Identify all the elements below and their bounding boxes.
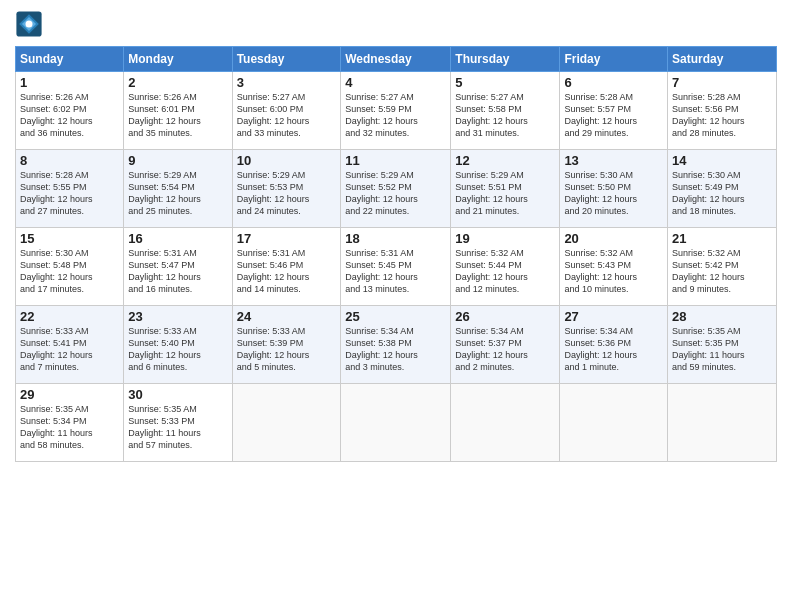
day-info: Sunrise: 5:34 AM Sunset: 5:37 PM Dayligh…	[455, 325, 555, 374]
day-number: 12	[455, 153, 555, 168]
calendar-cell: 24Sunrise: 5:33 AM Sunset: 5:39 PM Dayli…	[232, 306, 341, 384]
calendar-cell: 6Sunrise: 5:28 AM Sunset: 5:57 PM Daylig…	[560, 72, 668, 150]
calendar-cell: 8Sunrise: 5:28 AM Sunset: 5:55 PM Daylig…	[16, 150, 124, 228]
day-info: Sunrise: 5:29 AM Sunset: 5:52 PM Dayligh…	[345, 169, 446, 218]
calendar-week-row: 29Sunrise: 5:35 AM Sunset: 5:34 PM Dayli…	[16, 384, 777, 462]
day-info: Sunrise: 5:29 AM Sunset: 5:54 PM Dayligh…	[128, 169, 227, 218]
calendar-cell: 13Sunrise: 5:30 AM Sunset: 5:50 PM Dayli…	[560, 150, 668, 228]
calendar-cell: 9Sunrise: 5:29 AM Sunset: 5:54 PM Daylig…	[124, 150, 232, 228]
day-number: 23	[128, 309, 227, 324]
day-info: Sunrise: 5:33 AM Sunset: 5:41 PM Dayligh…	[20, 325, 119, 374]
day-number: 11	[345, 153, 446, 168]
day-info: Sunrise: 5:26 AM Sunset: 6:01 PM Dayligh…	[128, 91, 227, 140]
day-info: Sunrise: 5:27 AM Sunset: 5:59 PM Dayligh…	[345, 91, 446, 140]
calendar-cell: 19Sunrise: 5:32 AM Sunset: 5:44 PM Dayli…	[451, 228, 560, 306]
day-info: Sunrise: 5:31 AM Sunset: 5:45 PM Dayligh…	[345, 247, 446, 296]
day-info: Sunrise: 5:29 AM Sunset: 5:53 PM Dayligh…	[237, 169, 337, 218]
day-info: Sunrise: 5:26 AM Sunset: 6:02 PM Dayligh…	[20, 91, 119, 140]
day-number: 1	[20, 75, 119, 90]
day-number: 20	[564, 231, 663, 246]
day-info: Sunrise: 5:32 AM Sunset: 5:43 PM Dayligh…	[564, 247, 663, 296]
day-number: 26	[455, 309, 555, 324]
calendar-cell: 10Sunrise: 5:29 AM Sunset: 5:53 PM Dayli…	[232, 150, 341, 228]
day-info: Sunrise: 5:31 AM Sunset: 5:47 PM Dayligh…	[128, 247, 227, 296]
calendar-cell: 22Sunrise: 5:33 AM Sunset: 5:41 PM Dayli…	[16, 306, 124, 384]
logo	[15, 10, 47, 38]
day-number: 3	[237, 75, 337, 90]
logo-icon	[15, 10, 43, 38]
weekday-header: Wednesday	[341, 47, 451, 72]
svg-point-3	[26, 21, 33, 28]
calendar-cell: 11Sunrise: 5:29 AM Sunset: 5:52 PM Dayli…	[341, 150, 451, 228]
day-info: Sunrise: 5:34 AM Sunset: 5:38 PM Dayligh…	[345, 325, 446, 374]
day-number: 10	[237, 153, 337, 168]
day-info: Sunrise: 5:30 AM Sunset: 5:50 PM Dayligh…	[564, 169, 663, 218]
weekday-header: Saturday	[668, 47, 777, 72]
weekday-header: Thursday	[451, 47, 560, 72]
day-number: 19	[455, 231, 555, 246]
day-number: 27	[564, 309, 663, 324]
weekday-header: Tuesday	[232, 47, 341, 72]
day-number: 15	[20, 231, 119, 246]
day-info: Sunrise: 5:27 AM Sunset: 6:00 PM Dayligh…	[237, 91, 337, 140]
calendar-cell	[341, 384, 451, 462]
calendar-cell: 3Sunrise: 5:27 AM Sunset: 6:00 PM Daylig…	[232, 72, 341, 150]
day-info: Sunrise: 5:35 AM Sunset: 5:35 PM Dayligh…	[672, 325, 772, 374]
calendar-cell	[668, 384, 777, 462]
day-info: Sunrise: 5:32 AM Sunset: 5:42 PM Dayligh…	[672, 247, 772, 296]
calendar-cell: 1Sunrise: 5:26 AM Sunset: 6:02 PM Daylig…	[16, 72, 124, 150]
day-info: Sunrise: 5:28 AM Sunset: 5:56 PM Dayligh…	[672, 91, 772, 140]
day-number: 29	[20, 387, 119, 402]
calendar-cell: 29Sunrise: 5:35 AM Sunset: 5:34 PM Dayli…	[16, 384, 124, 462]
calendar-cell: 5Sunrise: 5:27 AM Sunset: 5:58 PM Daylig…	[451, 72, 560, 150]
day-info: Sunrise: 5:32 AM Sunset: 5:44 PM Dayligh…	[455, 247, 555, 296]
day-number: 2	[128, 75, 227, 90]
calendar-cell	[232, 384, 341, 462]
day-info: Sunrise: 5:29 AM Sunset: 5:51 PM Dayligh…	[455, 169, 555, 218]
day-info: Sunrise: 5:33 AM Sunset: 5:39 PM Dayligh…	[237, 325, 337, 374]
weekday-header: Monday	[124, 47, 232, 72]
day-info: Sunrise: 5:27 AM Sunset: 5:58 PM Dayligh…	[455, 91, 555, 140]
calendar-cell: 28Sunrise: 5:35 AM Sunset: 5:35 PM Dayli…	[668, 306, 777, 384]
calendar-cell: 27Sunrise: 5:34 AM Sunset: 5:36 PM Dayli…	[560, 306, 668, 384]
day-number: 25	[345, 309, 446, 324]
page-container: SundayMondayTuesdayWednesdayThursdayFrid…	[0, 0, 792, 472]
calendar-cell	[560, 384, 668, 462]
calendar-cell: 4Sunrise: 5:27 AM Sunset: 5:59 PM Daylig…	[341, 72, 451, 150]
calendar-cell: 20Sunrise: 5:32 AM Sunset: 5:43 PM Dayli…	[560, 228, 668, 306]
day-number: 30	[128, 387, 227, 402]
calendar-week-row: 15Sunrise: 5:30 AM Sunset: 5:48 PM Dayli…	[16, 228, 777, 306]
calendar-cell: 30Sunrise: 5:35 AM Sunset: 5:33 PM Dayli…	[124, 384, 232, 462]
calendar-cell	[451, 384, 560, 462]
day-info: Sunrise: 5:30 AM Sunset: 5:49 PM Dayligh…	[672, 169, 772, 218]
calendar-cell: 2Sunrise: 5:26 AM Sunset: 6:01 PM Daylig…	[124, 72, 232, 150]
calendar-cell: 23Sunrise: 5:33 AM Sunset: 5:40 PM Dayli…	[124, 306, 232, 384]
calendar-cell: 16Sunrise: 5:31 AM Sunset: 5:47 PM Dayli…	[124, 228, 232, 306]
day-number: 21	[672, 231, 772, 246]
day-number: 14	[672, 153, 772, 168]
day-number: 24	[237, 309, 337, 324]
day-info: Sunrise: 5:28 AM Sunset: 5:55 PM Dayligh…	[20, 169, 119, 218]
day-number: 8	[20, 153, 119, 168]
day-info: Sunrise: 5:35 AM Sunset: 5:33 PM Dayligh…	[128, 403, 227, 452]
day-info: Sunrise: 5:31 AM Sunset: 5:46 PM Dayligh…	[237, 247, 337, 296]
calendar-week-row: 8Sunrise: 5:28 AM Sunset: 5:55 PM Daylig…	[16, 150, 777, 228]
day-number: 4	[345, 75, 446, 90]
day-number: 22	[20, 309, 119, 324]
calendar-cell: 12Sunrise: 5:29 AM Sunset: 5:51 PM Dayli…	[451, 150, 560, 228]
day-number: 9	[128, 153, 227, 168]
calendar-cell: 21Sunrise: 5:32 AM Sunset: 5:42 PM Dayli…	[668, 228, 777, 306]
weekday-header: Friday	[560, 47, 668, 72]
weekday-header: Sunday	[16, 47, 124, 72]
day-info: Sunrise: 5:33 AM Sunset: 5:40 PM Dayligh…	[128, 325, 227, 374]
day-info: Sunrise: 5:30 AM Sunset: 5:48 PM Dayligh…	[20, 247, 119, 296]
day-number: 28	[672, 309, 772, 324]
day-number: 6	[564, 75, 663, 90]
calendar-cell: 25Sunrise: 5:34 AM Sunset: 5:38 PM Dayli…	[341, 306, 451, 384]
day-number: 18	[345, 231, 446, 246]
day-info: Sunrise: 5:28 AM Sunset: 5:57 PM Dayligh…	[564, 91, 663, 140]
day-number: 13	[564, 153, 663, 168]
weekday-header-row: SundayMondayTuesdayWednesdayThursdayFrid…	[16, 47, 777, 72]
calendar-week-row: 1Sunrise: 5:26 AM Sunset: 6:02 PM Daylig…	[16, 72, 777, 150]
calendar-cell: 15Sunrise: 5:30 AM Sunset: 5:48 PM Dayli…	[16, 228, 124, 306]
